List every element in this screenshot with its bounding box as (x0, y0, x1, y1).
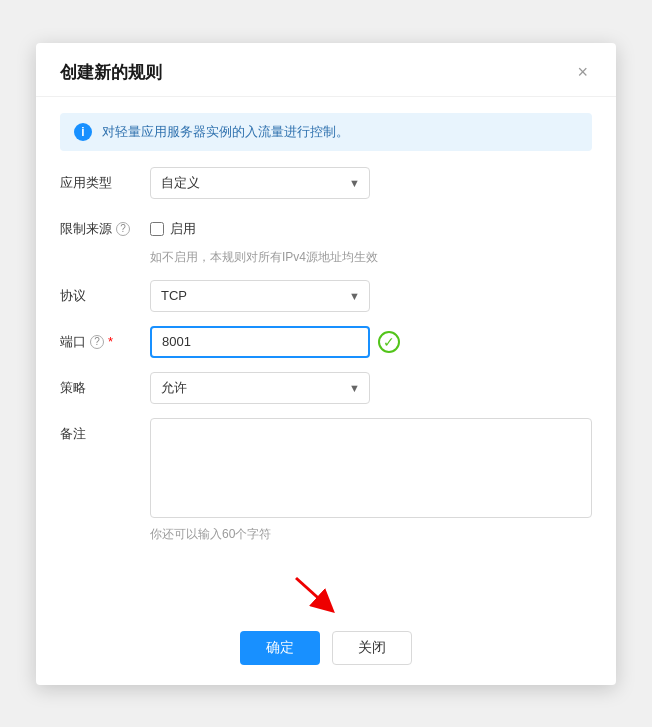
info-icon: i (74, 123, 92, 141)
app-type-select-wrapper: 自定义 HTTP HTTPS SSH ▼ (150, 167, 370, 199)
limit-source-checkbox[interactable] (150, 222, 164, 236)
app-type-row: 应用类型 自定义 HTTP HTTPS SSH ▼ (60, 167, 592, 199)
port-valid-icon: ✓ (378, 331, 400, 353)
limit-source-checkbox-row: 启用 (150, 213, 592, 245)
info-banner: i 对轻量应用服务器实例的入流量进行控制。 (60, 113, 592, 151)
policy-select-wrapper: 允许 拒绝 ▼ (150, 372, 370, 404)
dialog-footer: 确定 关闭 (36, 623, 616, 685)
limit-source-checkbox-label: 启用 (170, 220, 196, 238)
port-label: 端口 ? * (60, 326, 150, 351)
port-input-row: ✓ (150, 326, 592, 358)
confirm-button[interactable]: 确定 (240, 631, 320, 665)
protocol-select-wrapper: TCP UDP ICMP ▼ (150, 280, 370, 312)
port-input[interactable] (150, 326, 370, 358)
protocol-control: TCP UDP ICMP ▼ (150, 280, 592, 312)
policy-label: 策略 (60, 372, 150, 397)
port-required-mark: * (108, 334, 113, 349)
limit-source-control: 启用 如不启用，本规则对所有IPv4源地址均生效 (150, 213, 592, 266)
red-arrow-icon (286, 573, 366, 613)
port-help-icon[interactable]: ? (90, 335, 104, 349)
remark-control: 你还可以输入60个字符 (150, 418, 592, 543)
dialog: 创建新的规则 × i 对轻量应用服务器实例的入流量进行控制。 应用类型 自定义 … (36, 43, 616, 685)
info-text: 对轻量应用服务器实例的入流量进行控制。 (102, 123, 349, 141)
app-type-label: 应用类型 (60, 167, 150, 192)
dialog-header: 创建新的规则 × (36, 43, 616, 97)
limit-source-hint: 如不启用，本规则对所有IPv4源地址均生效 (150, 249, 592, 266)
app-type-select[interactable]: 自定义 HTTP HTTPS SSH (150, 167, 370, 199)
app-type-control: 自定义 HTTP HTTPS SSH ▼ (150, 167, 592, 199)
protocol-label: 协议 (60, 280, 150, 305)
close-button[interactable]: × (573, 61, 592, 83)
dialog-title: 创建新的规则 (60, 61, 162, 84)
remark-textarea[interactable] (150, 418, 592, 518)
remark-label: 备注 (60, 418, 150, 443)
limit-source-row: 限制来源 ? 启用 如不启用，本规则对所有IPv4源地址均生效 (60, 213, 592, 266)
protocol-select[interactable]: TCP UDP ICMP (150, 280, 370, 312)
policy-row: 策略 允许 拒绝 ▼ (60, 372, 592, 404)
limit-source-label: 限制来源 ? (60, 213, 150, 238)
limit-source-help-icon[interactable]: ? (116, 222, 130, 236)
policy-select[interactable]: 允许 拒绝 (150, 372, 370, 404)
port-control: ✓ (150, 326, 592, 358)
arrow-container (36, 573, 616, 613)
form-body: 应用类型 自定义 HTTP HTTPS SSH ▼ 限制来源 ? (36, 159, 616, 573)
svg-line-1 (296, 578, 326, 605)
cancel-button[interactable]: 关闭 (332, 631, 412, 665)
protocol-row: 协议 TCP UDP ICMP ▼ (60, 280, 592, 312)
policy-control: 允许 拒绝 ▼ (150, 372, 592, 404)
char-hint: 你还可以输入60个字符 (150, 526, 592, 543)
port-row: 端口 ? * ✓ (60, 326, 592, 358)
remark-row: 备注 你还可以输入60个字符 (60, 418, 592, 543)
